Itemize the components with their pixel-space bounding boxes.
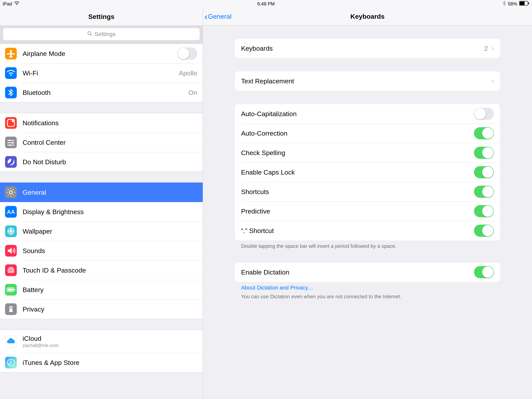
dnd-icon xyxy=(5,156,17,168)
detail-row-label: Enable Dictation xyxy=(241,269,474,276)
toggle-switch[interactable] xyxy=(474,205,494,217)
search-input[interactable]: Settings xyxy=(3,28,200,40)
sidebar-item-touchid[interactable]: Touch ID & Passcode xyxy=(0,260,203,280)
detail-pane: ‹ General Keyboards Keyboards2›Text Repl… xyxy=(203,8,532,399)
sidebar-group: Airplane ModeWi-FiApolloBluetoothOn xyxy=(0,44,203,103)
battery-icon xyxy=(5,284,17,296)
toggle-switch[interactable] xyxy=(474,147,494,159)
notifications-icon xyxy=(5,117,17,129)
sidebar-item-airplane[interactable]: Airplane Mode xyxy=(0,44,203,63)
sidebar-item-label: Wi-Fi xyxy=(23,69,179,77)
sidebar-item-notifications[interactable]: Notifications xyxy=(0,113,203,133)
svg-point-16 xyxy=(10,231,12,232)
sidebar-item-label: Do Not Disturb xyxy=(23,158,197,166)
sidebar-item-label: Battery xyxy=(23,286,197,294)
sidebar-item-label: Airplane Mode xyxy=(23,50,177,58)
detail-row-label: Enable Caps Lock xyxy=(241,168,474,176)
battery-percent: 58% xyxy=(508,1,517,7)
detail-row-label: “.” Shortcut xyxy=(241,227,474,235)
sidebar-title: Settings xyxy=(0,8,203,25)
sidebar-item-label: Touch ID & Passcode xyxy=(23,266,197,274)
sidebar-item-label: iTunes & App Store xyxy=(23,359,197,367)
search-container: Settings xyxy=(0,25,203,44)
privacy-icon xyxy=(5,303,17,315)
detail-row-label: Shortcuts xyxy=(241,188,474,196)
sidebar-item-general[interactable]: General xyxy=(0,183,203,202)
wifi-icon xyxy=(14,1,19,7)
status-bar: iPad 6:48 PM 58% xyxy=(0,0,532,8)
detail-row-label: Keyboards xyxy=(241,45,484,52)
sidebar-item-sublabel: zachall@me.com xyxy=(23,343,58,348)
sidebar-item-wifi[interactable]: Wi-FiApollo xyxy=(0,63,203,83)
sidebar-item-display[interactable]: AADisplay & Brightness xyxy=(0,202,203,221)
detail-title: Keyboards xyxy=(350,13,385,20)
svg-point-13 xyxy=(9,191,13,194)
detail-header: ‹ General Keyboards xyxy=(203,8,532,25)
sidebar-item-label: Display & Brightness xyxy=(23,208,197,216)
device-label: iPad xyxy=(3,1,12,7)
display-icon: AA xyxy=(5,206,17,218)
toggle-switch[interactable] xyxy=(474,225,494,237)
detail-row[interactable]: Shortcuts xyxy=(235,182,500,201)
sidebar-item-label: Control Center xyxy=(23,139,197,146)
sidebar-item-itunes[interactable]: iTunes & App Store xyxy=(0,353,203,372)
sidebar-item-battery[interactable]: Battery xyxy=(0,280,203,299)
sidebar-item-label: General xyxy=(23,189,197,196)
detail-row[interactable]: Enable Dictation xyxy=(235,262,500,282)
bluetooth-icon xyxy=(5,87,17,98)
sidebar-item-privacy[interactable]: Privacy xyxy=(0,299,203,319)
chevron-right-icon: › xyxy=(491,44,494,53)
toggle-switch[interactable] xyxy=(474,166,494,178)
sidebar-item-label: Notifications xyxy=(23,119,197,127)
toggle-switch[interactable] xyxy=(474,266,494,278)
detail-footer-text: You can use Dictation even when you are … xyxy=(235,291,500,300)
detail-footer-text: Double tapping the space bar will insert… xyxy=(235,240,500,249)
detail-row[interactable]: Auto-Capitalization xyxy=(235,104,500,123)
controlcenter-icon xyxy=(5,137,17,148)
detail-row[interactable]: Enable Caps Lock xyxy=(235,162,500,182)
battery-icon xyxy=(519,1,529,7)
sidebar-item-label: Wallpaper xyxy=(23,228,197,235)
detail-footer-link[interactable]: About Dictation and Privacy… xyxy=(235,282,500,291)
detail-row[interactable]: Text Replacement› xyxy=(235,71,500,91)
detail-row[interactable]: Keyboards2› xyxy=(235,39,500,58)
svg-point-20 xyxy=(7,359,14,366)
detail-group: Keyboards2› xyxy=(235,39,500,58)
sidebar-item-wallpaper[interactable]: Wallpaper xyxy=(0,221,203,241)
sidebar-item-dnd[interactable]: Do Not Disturb xyxy=(0,152,203,172)
detail-group: Enable Dictation xyxy=(235,262,500,282)
svg-point-6 xyxy=(12,119,15,122)
sidebar-item-label: Privacy xyxy=(23,305,197,313)
clock: 6:48 PM xyxy=(257,1,275,7)
itunes-icon xyxy=(5,357,17,368)
detail-row[interactable]: “.” Shortcut xyxy=(235,221,500,240)
detail-group: Auto-CapitalizationAuto-CorrectionCheck … xyxy=(235,104,500,240)
sidebar-group: NotificationsControl CenterDo Not Distur… xyxy=(0,113,203,172)
sidebar-item-label: Bluetooth xyxy=(23,89,189,97)
search-icon xyxy=(87,31,93,38)
svg-rect-1 xyxy=(520,1,525,5)
airplane-icon xyxy=(5,48,17,59)
toggle-switch[interactable] xyxy=(474,108,494,120)
sidebar-item-label: iCloud xyxy=(23,335,58,342)
detail-row[interactable]: Auto-Correction xyxy=(235,123,500,143)
sidebar-item-icloud[interactable]: iCloudzachall@me.com xyxy=(0,330,203,353)
detail-row-label: Text Replacement xyxy=(241,77,491,85)
detail-row[interactable]: Check Spelling xyxy=(235,143,500,162)
detail-row[interactable]: Predictive xyxy=(235,201,500,221)
svg-line-4 xyxy=(90,34,92,36)
sidebar-item-controlcenter[interactable]: Control Center xyxy=(0,133,203,152)
back-button[interactable]: ‹ General xyxy=(203,12,232,21)
icloud-icon xyxy=(5,335,17,347)
detail-row-value: 2 xyxy=(484,45,488,52)
sidebar-item-sounds[interactable]: Sounds xyxy=(0,241,203,260)
chevron-left-icon: ‹ xyxy=(204,12,208,21)
toggle-switch[interactable] xyxy=(474,186,494,198)
detail-row-label: Auto-Capitalization xyxy=(241,110,474,118)
search-placeholder: Settings xyxy=(95,31,115,37)
touchid-icon xyxy=(5,264,17,276)
toggle-switch[interactable] xyxy=(474,127,494,139)
detail-row-label: Auto-Correction xyxy=(241,129,474,137)
sidebar-item-bluetooth[interactable]: BluetoothOn xyxy=(0,83,203,102)
airplane-toggle[interactable] xyxy=(177,48,197,60)
